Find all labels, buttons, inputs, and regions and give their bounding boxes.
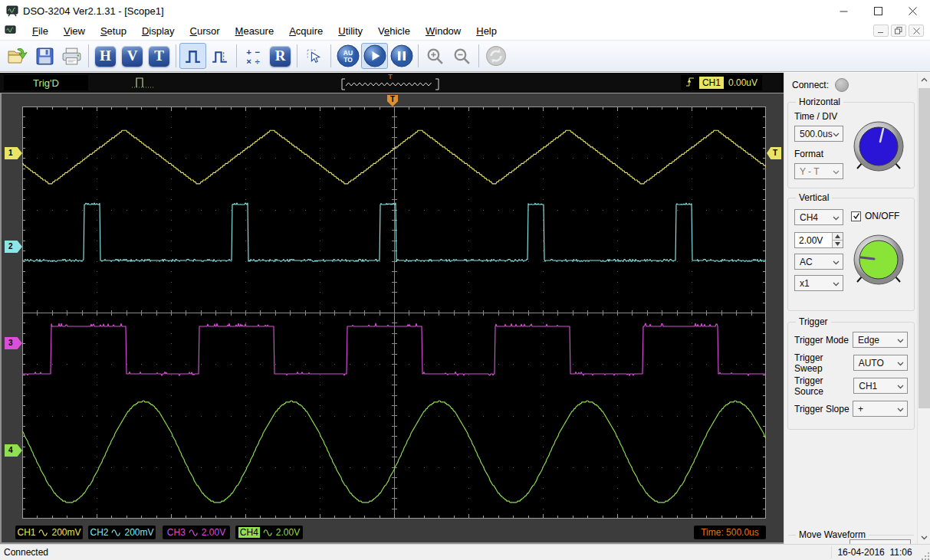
trigger-readout: CH1 0.00uV [681,75,762,90]
save-icon [35,47,54,66]
format-select[interactable]: Y - T [794,163,843,179]
channel-scale-value: 2.00V [202,527,225,538]
channel-label-ch1[interactable]: CH1200mV [15,526,83,539]
time-div-label: Time / DIV [794,111,837,122]
reference-button-label: R [270,46,291,67]
mdi-restore-button[interactable] [891,25,906,37]
trigger-row: Trigger ModeEdge [794,332,908,348]
horizontal-group: Horizontal Time / DIV 500.0us Format Y -… [787,102,915,188]
trigger-position-marker[interactable]: T [387,95,398,106]
channel-scale-value: 2.00V [276,527,300,538]
volts-div-spinner[interactable]: 2.00V [794,232,843,248]
menu-item-cursor[interactable]: Cursor [182,23,228,39]
coupling-select[interactable]: AC [794,254,843,270]
refresh-connection-button[interactable] [482,43,509,69]
trigger-row: Trigger SweepAUTO [794,355,908,371]
mdi-close-button[interactable] [909,25,924,37]
document-icon [5,25,17,37]
menu-item-file[interactable]: File [25,23,56,39]
pause-button[interactable] [388,43,415,69]
channel-name: CH3 [167,527,186,538]
pause-icon [390,44,413,67]
channel-2-position-marker[interactable]: 2 [5,241,22,253]
save-button[interactable] [31,43,58,69]
vertical-menu-button[interactable]: V [119,43,146,69]
ac-coupling-icon [111,529,121,536]
menu-item-utility[interactable]: Utility [330,23,370,39]
cursor-button[interactable] [301,43,327,69]
autoset-button[interactable]: AUTO [334,43,361,69]
connection-status: Connected [0,547,48,558]
toolbar-separator [418,44,419,67]
maximize-button[interactable] [861,0,895,21]
mdi-minimize-button[interactable] [873,25,889,37]
trigger-source-select[interactable]: CH1 [853,378,908,394]
channel-name: CH4 [238,527,260,538]
trigger-mode-select[interactable]: Edge [853,332,908,348]
trigger-sweep-select[interactable]: AUTO [853,355,908,371]
menu-item-display[interactable]: Display [134,23,182,39]
scrollbar-thumb[interactable] [918,88,930,408]
chevron-down-icon [833,257,840,267]
horizontal-menu-button[interactable]: H [92,43,119,69]
vertical-group: Vertical CH4 ON/OFF 2.00V AC [787,198,915,311]
menu-item-setup[interactable]: Setup [93,23,134,39]
menu-item-window[interactable]: Window [418,23,468,39]
zoom-in-button[interactable] [422,43,449,69]
panel-scrollbar[interactable] [917,73,930,544]
channel-label-ch4[interactable]: CH42.00V [235,526,303,539]
trigger-slope-select[interactable]: + [853,401,908,417]
menu-item-help[interactable]: Help [468,23,504,39]
open-button[interactable] [5,43,31,69]
scroll-up-button[interactable] [918,73,930,86]
checkmark-icon [853,212,860,220]
menu-item-vehicle[interactable]: Vehicle [370,23,418,39]
chevron-down-icon [833,212,840,223]
toolbar-separator [297,44,297,67]
trigger-group-rows: Trigger ModeEdgeTrigger SweepAUTOTrigger… [788,323,914,429]
horizontal-group-title: Horizontal [796,97,843,107]
time-div-select[interactable]: 500.0us [794,126,843,142]
reference-button[interactable]: R [267,43,294,69]
zoom-out-button[interactable] [449,43,475,69]
edge-trigger-button[interactable] [179,43,206,69]
resize-grip[interactable] [918,545,930,560]
zoom-out-icon [452,47,472,66]
waveform-preview[interactable]: T [340,74,441,92]
menu-item-measure[interactable]: Measure [228,23,282,39]
rising-edge-icon [685,76,695,90]
scroll-down-button[interactable] [918,531,930,544]
channel-4-position-marker[interactable]: 4 [5,444,22,457]
trigger-level-value: 0.00uV [728,77,757,88]
horizontal-knob[interactable] [851,119,906,174]
menu-bar: FileViewSetupDisplayCursorMeasureAcquire… [0,21,930,41]
connect-indicator-led [835,78,849,92]
svg-text:TO: TO [343,56,353,64]
channel-label-ch3[interactable]: CH32.00V [163,526,230,539]
probe-select[interactable]: x1 [794,275,843,291]
toolbar: HVT+−×÷RAUTO [0,41,930,72]
spin-up-button[interactable] [833,233,843,240]
channel-3-position-marker[interactable]: 3 [5,337,22,349]
channel-label-ch2[interactable]: CH2200mV [88,526,156,539]
minimize-button[interactable] [826,0,861,21]
channel-1-position-marker[interactable]: 1 [5,147,22,159]
preview-wave-icon [340,77,441,92]
pulse-trigger-button[interactable] [206,43,233,69]
print-button[interactable] [58,43,85,69]
menu-item-view[interactable]: View [56,23,93,39]
math-button[interactable]: +−×÷ [240,43,267,69]
trigger-menu-button[interactable]: T [146,43,173,69]
menu-item-acquire[interactable]: Acquire [281,23,330,39]
vertical-channel-select[interactable]: CH4 [794,209,843,225]
trigger-level-marker[interactable]: T [767,147,781,159]
waveform-canvas[interactable] [22,106,766,519]
vertical-knob[interactable] [851,232,906,287]
spin-down-button[interactable] [833,240,843,247]
menu-items: FileViewSetupDisplayCursorMeasureAcquire… [25,23,504,39]
run-button[interactable] [361,43,388,69]
channel-onoff-checkbox[interactable] [851,211,861,221]
close-button[interactable] [895,0,930,21]
autoset-icon: AUTO [337,44,360,67]
math-icon: +−×÷ [244,47,263,66]
